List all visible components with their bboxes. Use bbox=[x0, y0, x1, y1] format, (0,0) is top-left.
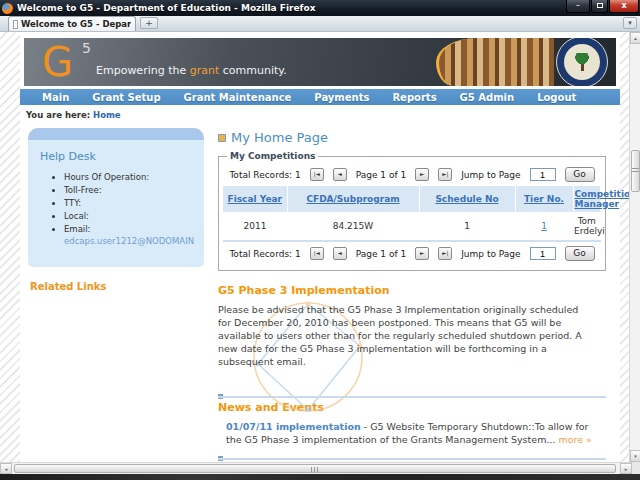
maximize-button[interactable] bbox=[591, 0, 608, 13]
help-desk-panel: Help Desk Hours Of Operation: Toll-Free:… bbox=[28, 128, 204, 267]
nav-item-reports[interactable]: Reports bbox=[392, 92, 436, 103]
go-button[interactable]: Go bbox=[565, 167, 595, 182]
breadcrumb-home-link[interactable]: Home bbox=[93, 110, 121, 120]
first-page-button[interactable]: |◄ bbox=[310, 247, 324, 260]
nav-item-payments[interactable]: Payments bbox=[314, 92, 369, 103]
close-button[interactable]: x bbox=[609, 0, 639, 13]
col-schedule-no[interactable]: Schedule No bbox=[435, 194, 498, 204]
competitions-table: Fiscal Year CFDA/Subprogram Schedule No … bbox=[223, 186, 601, 242]
g5-logo-5: 5 bbox=[82, 40, 91, 56]
nav-item-main[interactable]: Main bbox=[42, 92, 69, 103]
thumb-grip bbox=[632, 168, 639, 172]
last-page-button[interactable]: ►| bbox=[438, 247, 452, 260]
main-content: My Home Page My Competitions Total Recor… bbox=[204, 124, 620, 462]
horizontal-scrollbar[interactable]: ◂ ▸ bbox=[0, 462, 632, 474]
minimize-button[interactable]: – bbox=[566, 0, 590, 13]
page-icon bbox=[13, 20, 18, 29]
pagination-bottom: Total Records: 1 |◄ ◄ Page 1 of 1 ► ►| J… bbox=[223, 242, 601, 265]
thumb-grip bbox=[311, 467, 319, 472]
total-records-label: Total Records: 1 bbox=[229, 249, 300, 259]
help-desk-item-tollfree: Toll-Free: bbox=[64, 185, 194, 195]
help-desk-item-email: Email: edcaps.user1212@NODOMAIN bbox=[64, 224, 194, 246]
col-competition-manager[interactable]: Competition Manager bbox=[575, 189, 630, 209]
table-header-row: Fiscal Year CFDA/Subprogram Schedule No … bbox=[223, 186, 601, 212]
phase3-body: Please be advised that the G5 Phase 3 Im… bbox=[218, 303, 590, 368]
g5-page: G 5 Empowering the grant community. Main… bbox=[20, 32, 620, 462]
news-item: 01/07/11 implementation - G5 Website Tem… bbox=[226, 420, 610, 446]
window-title: Welcome to G5 - Department of Education … bbox=[17, 3, 316, 13]
firefox-icon bbox=[2, 3, 13, 14]
cell-manager: Tom Erdelyi bbox=[573, 212, 601, 241]
help-desk-email-link[interactable]: edcaps.user1212@NODOMAIN bbox=[64, 236, 194, 246]
nav-item-logout[interactable]: Logout bbox=[537, 92, 576, 103]
scroll-left-arrow[interactable]: ◂ bbox=[0, 463, 12, 474]
go-button[interactable]: Go bbox=[565, 246, 595, 261]
next-page-button[interactable]: ► bbox=[415, 247, 429, 260]
home-page-icon bbox=[218, 134, 226, 142]
col-fiscal-year[interactable]: Fiscal Year bbox=[227, 194, 282, 204]
col-tier-no[interactable]: Tier No. bbox=[524, 194, 564, 204]
jump-to-page-label: Jump to Page bbox=[461, 170, 520, 180]
col-cfda-subprogram[interactable]: CFDA/Subprogram bbox=[306, 194, 399, 204]
help-desk-title: Help Desk bbox=[40, 150, 194, 163]
table-row: 2011 84.215W 1 1 Tom Erdelyi bbox=[223, 212, 601, 241]
first-page-button[interactable]: |◄ bbox=[310, 168, 324, 181]
tab-bar: Welcome to G5 - Department of Edu... + ▾ bbox=[0, 16, 640, 32]
g5-logo: G bbox=[42, 40, 73, 84]
title-bar: Welcome to G5 - Department of Education … bbox=[0, 0, 640, 16]
section-divider bbox=[218, 394, 610, 399]
divider-line bbox=[218, 458, 606, 460]
jump-to-page-input[interactable] bbox=[530, 168, 556, 181]
prev-page-button[interactable]: ◄ bbox=[333, 168, 347, 181]
sidebar: Help Desk Hours Of Operation: Toll-Free:… bbox=[28, 124, 204, 292]
page-indicator: Page 1 of 1 bbox=[356, 170, 407, 180]
prev-page-button[interactable]: ◄ bbox=[333, 247, 347, 260]
ed-seal-tree-icon bbox=[573, 53, 591, 71]
ed-seal-inner bbox=[564, 44, 600, 80]
help-desk-email-label: Email: bbox=[64, 224, 90, 234]
help-desk-panel-header bbox=[28, 128, 204, 140]
browser-window: Welcome to G5 - Department of Education … bbox=[0, 0, 640, 480]
page-indicator: Page 1 of 1 bbox=[356, 249, 407, 259]
tab-title: Welcome to G5 - Department of Edu... bbox=[21, 19, 131, 29]
tab-list-dropdown[interactable]: ▾ bbox=[623, 17, 637, 29]
cell-cfda: 84.215W bbox=[287, 212, 419, 241]
horizontal-scroll-thumb[interactable] bbox=[14, 464, 616, 473]
phase3-section: G5 Phase 3 Implementation Please be advi… bbox=[218, 284, 610, 388]
nav-item-grant-setup[interactable]: Grant Setup bbox=[92, 92, 160, 103]
total-records-label: Total Records: 1 bbox=[229, 170, 300, 180]
jump-to-page-label: Jump to Page bbox=[461, 249, 520, 259]
jump-to-page-input[interactable] bbox=[530, 247, 556, 260]
my-competitions-legend: My Competitions bbox=[227, 151, 318, 161]
page-title: My Home Page bbox=[231, 130, 328, 145]
news-more-link[interactable]: more » bbox=[558, 434, 591, 445]
nav-item-grant-maintenance[interactable]: Grant Maintenance bbox=[184, 92, 292, 103]
vertical-scrollbar[interactable]: ▴ ▾ bbox=[629, 32, 640, 462]
section-divider bbox=[218, 456, 610, 461]
nav-item-g5-admin[interactable]: G5 Admin bbox=[460, 92, 515, 103]
tagline-highlight: grant bbox=[190, 64, 220, 77]
breadcrumb-prefix: You are here: bbox=[26, 110, 90, 120]
help-desk-item-local: Local: bbox=[64, 211, 194, 221]
g5-banner: G 5 Empowering the grant community. bbox=[24, 38, 616, 86]
scrollbar-corner bbox=[632, 462, 640, 474]
window-bottom-edge bbox=[0, 474, 640, 480]
phase3-title: G5 Phase 3 Implementation bbox=[218, 284, 610, 297]
cell-fiscal-year: 2011 bbox=[223, 212, 287, 241]
help-desk-list: Hours Of Operation: Toll-Free: TTY: Loca… bbox=[64, 172, 194, 246]
divider-line bbox=[218, 396, 606, 398]
main-nav: Main Grant Setup Grant Maintenance Payme… bbox=[20, 88, 620, 105]
tier-no-link[interactable]: 1 bbox=[541, 221, 547, 231]
tab-welcome-g5[interactable]: Welcome to G5 - Department of Edu... bbox=[8, 16, 136, 31]
scroll-down-arrow[interactable]: ▾ bbox=[630, 450, 640, 462]
next-page-button[interactable]: ► bbox=[415, 168, 429, 181]
my-competitions-fieldset: My Competitions Total Records: 1 |◄ ◄ Pa… bbox=[218, 151, 606, 271]
scroll-right-arrow[interactable]: ▸ bbox=[620, 463, 632, 474]
cell-schedule-no: 1 bbox=[419, 212, 515, 241]
vertical-scroll-thumb[interactable] bbox=[631, 150, 640, 192]
tagline-post: community. bbox=[219, 64, 286, 77]
news-item-link[interactable]: 01/07/11 implementation bbox=[226, 421, 361, 432]
new-tab-button[interactable]: + bbox=[140, 17, 158, 29]
last-page-button[interactable]: ►| bbox=[438, 168, 452, 181]
scroll-up-arrow[interactable]: ▴ bbox=[630, 32, 640, 44]
